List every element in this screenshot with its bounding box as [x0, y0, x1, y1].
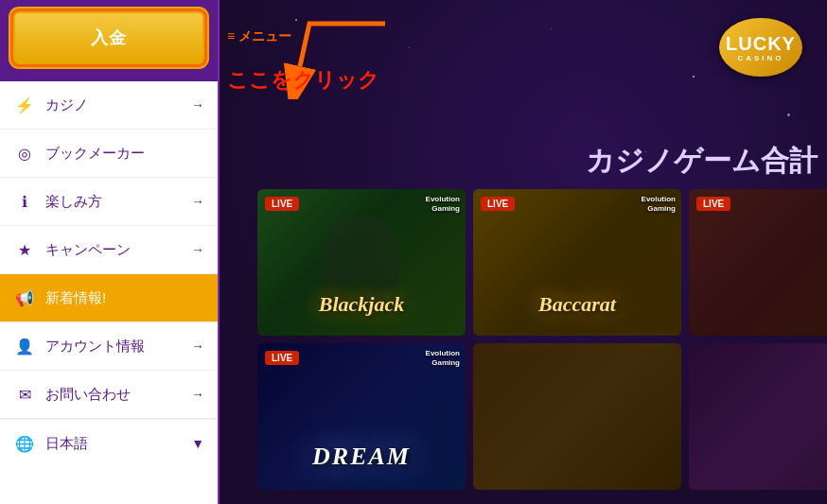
live-badge-3: LIVE: [696, 197, 730, 211]
page-title: カジノゲーム合計: [586, 142, 827, 181]
sidebar-divider: [0, 74, 218, 81]
campaign-arrow: →: [191, 242, 204, 257]
nav-menu: ⚡ カジノ → ◎ ブックメーカー ℹ 楽しみ方 → ★ キャンペーン → 📢 …: [0, 81, 218, 504]
provider-dream: EvolutionGaming: [426, 349, 460, 367]
news-label: 新着情報!: [45, 289, 204, 307]
casino-logo: LUCKY CASINO: [713, 14, 808, 80]
game-card-5[interactable]: [473, 343, 681, 490]
menu-annotation: ≡ メニュー: [227, 28, 291, 45]
sidebar-item-contact[interactable]: ✉ お問い合わせ →: [0, 371, 218, 419]
sidebar-item-campaign[interactable]: ★ キャンペーン →: [0, 226, 218, 274]
account-label: アカウント情報: [45, 338, 191, 356]
globe-icon: 🌐: [13, 432, 36, 455]
lightning-icon: ⚡: [13, 94, 36, 116]
live-badge-dream: LIVE: [265, 351, 299, 365]
game-name-baccarat: Baccarat: [473, 292, 681, 317]
live-badge-blackjack: LIVE: [265, 197, 299, 211]
game-grid: LIVE EvolutionGaming Blackjack LIVE Evol…: [257, 189, 827, 490]
bookmaker-label: ブックメーカー: [45, 145, 204, 163]
sidebar-item-bookmaker[interactable]: ◎ ブックメーカー: [0, 130, 218, 178]
lang-down-arrow: ▼: [191, 436, 204, 451]
annotation-arrow: [272, 14, 395, 99]
game-card-3[interactable]: LIVE: [689, 189, 827, 336]
person-icon: 👤: [13, 335, 36, 357]
game-card-6[interactable]: [689, 343, 827, 490]
account-arrow: →: [191, 339, 204, 354]
deposit-button[interactable]: 入金: [13, 11, 204, 64]
contact-label: お問い合わせ: [45, 386, 191, 404]
live-badge-baccarat: LIVE: [481, 197, 515, 211]
provider-blackjack: EvolutionGaming: [426, 195, 460, 213]
main-content: ≡ メニュー ここをクリック LUCKY CASINO カジノゲーム合計: [220, 0, 827, 504]
game-card-dream[interactable]: LIVE EvolutionGaming DREAM: [257, 343, 466, 490]
provider-baccarat: EvolutionGaming: [642, 195, 676, 213]
envelope-icon: ✉: [13, 383, 36, 406]
game-name-blackjack: Blackjack: [257, 292, 466, 317]
contact-arrow: →: [191, 387, 204, 402]
game-card-baccarat[interactable]: LIVE EvolutionGaming Baccarat: [473, 189, 681, 336]
info-icon: ℹ: [13, 190, 36, 213]
sidebar-item-casino[interactable]: ⚡ カジノ →: [0, 81, 218, 130]
bookmaker-icon: ◎: [13, 142, 36, 165]
language-label: 日本語: [45, 435, 191, 453]
sidebar: 入金 ⚡ カジノ → ◎ ブックメーカー ℹ 楽しみ方 → ★ キャンペーン →…: [0, 0, 220, 504]
campaign-label: キャンペーン: [45, 241, 191, 259]
howto-arrow: →: [191, 194, 204, 209]
language-selector[interactable]: 🌐 日本語 ▼: [0, 419, 218, 467]
game-card-blackjack[interactable]: LIVE EvolutionGaming Blackjack: [257, 189, 466, 336]
sidebar-item-howto[interactable]: ℹ 楽しみ方 →: [0, 178, 218, 226]
logo-casino: CASINO: [737, 54, 783, 62]
howto-label: 楽しみ方: [45, 193, 191, 211]
logo-lucky: LUCKY: [726, 33, 796, 54]
sidebar-item-account[interactable]: 👤 アカウント情報 →: [0, 322, 218, 371]
click-annotation: ここをクリック: [227, 66, 379, 95]
game-name-dream: DREAM: [257, 443, 466, 471]
casino-arrow: →: [191, 97, 204, 113]
casino-label: カジノ: [45, 96, 191, 114]
deposit-button-wrap: 入金: [0, 0, 218, 74]
star-icon: ★: [13, 238, 36, 261]
megaphone-icon: 📢: [13, 287, 36, 309]
sidebar-item-news[interactable]: 📢 新着情報!: [0, 274, 218, 322]
